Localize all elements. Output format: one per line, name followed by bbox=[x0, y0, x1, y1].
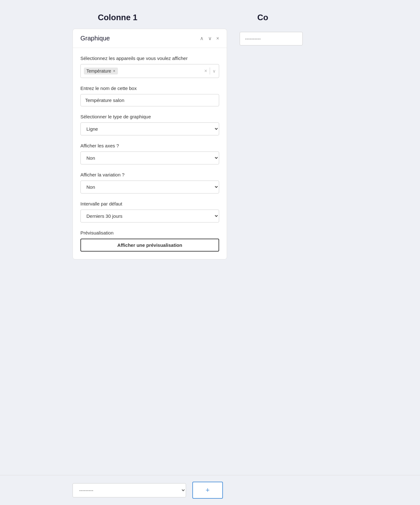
preview-form-group: Prévisualisation Afficher une prévisuali… bbox=[80, 230, 219, 252]
card-body: Sélectionnez les appareils que vous voul… bbox=[73, 48, 227, 259]
card-title: Graphique bbox=[80, 35, 110, 42]
preview-button[interactable]: Afficher une prévisualisation bbox=[80, 239, 219, 252]
tag-label: Température bbox=[86, 68, 111, 74]
show-axes-form-group: Afficher les axes ? Non Oui bbox=[80, 143, 219, 164]
show-variation-select[interactable]: Non Oui bbox=[80, 181, 219, 193]
chart-type-label: Sélectionner le type de graphique bbox=[80, 114, 219, 119]
graphique-card: Graphique ∧ ∨ × Sélectionnez les apparei… bbox=[73, 29, 227, 259]
column-2-title: Co bbox=[257, 13, 347, 22]
interval-label: Intervalle par défaut bbox=[80, 201, 219, 206]
columns-content: Graphique ∧ ∨ × Sélectionnez les apparei… bbox=[0, 29, 420, 259]
interval-select[interactable]: Derniers 30 jours Derniers 7 jours Derni… bbox=[80, 210, 219, 223]
tag-remove-icon[interactable]: × bbox=[113, 69, 115, 73]
bottom-select[interactable]: --------- bbox=[73, 483, 186, 497]
close-icon[interactable]: × bbox=[216, 36, 219, 41]
preview-label: Prévisualisation bbox=[80, 230, 219, 235]
add-column-button[interactable]: + bbox=[192, 482, 223, 499]
interval-form-group: Intervalle par défaut Derniers 30 jours … bbox=[80, 201, 219, 223]
chart-type-form-group: Sélectionner le type de graphique Ligne … bbox=[80, 114, 219, 135]
clear-all-icon[interactable]: × bbox=[204, 68, 207, 74]
show-variation-label: Afficher la variation ? bbox=[80, 172, 219, 177]
show-axes-select[interactable]: Non Oui bbox=[80, 152, 219, 164]
show-axes-label: Afficher les axes ? bbox=[80, 143, 219, 148]
show-variation-form-group: Afficher la variation ? Non Oui bbox=[80, 172, 219, 193]
devices-form-group: Sélectionnez les appareils que vous voul… bbox=[80, 56, 219, 78]
page-container: Colonne 1 Co Graphique ∧ ∨ × Sélectionne… bbox=[0, 0, 420, 505]
multi-select-actions: × ∨ bbox=[204, 68, 216, 74]
collapse-down-icon[interactable]: ∨ bbox=[208, 35, 212, 41]
chart-type-select[interactable]: Ligne Barre Aire bbox=[80, 122, 219, 135]
separator bbox=[210, 68, 210, 74]
temperature-tag: Température × bbox=[84, 68, 118, 74]
devices-multi-select[interactable]: Température × × ∨ bbox=[80, 64, 219, 78]
card-header-actions: ∧ ∨ × bbox=[200, 35, 219, 41]
column-1-title: Colonne 1 bbox=[73, 13, 163, 22]
column-2-placeholder: ---------- bbox=[240, 32, 303, 45]
devices-label: Sélectionnez les appareils que vous voul… bbox=[80, 56, 219, 61]
card-header: Graphique ∧ ∨ × bbox=[73, 29, 227, 48]
box-name-label: Entrez le nom de cette box bbox=[80, 86, 219, 91]
columns-header: Colonne 1 Co bbox=[0, 13, 420, 29]
dropdown-chevron-icon[interactable]: ∨ bbox=[213, 68, 216, 74]
column-2-content: ---------- bbox=[240, 32, 303, 45]
devices-tags: Température × bbox=[84, 68, 202, 74]
collapse-up-icon[interactable]: ∧ bbox=[200, 35, 204, 41]
bottom-bar: --------- + bbox=[0, 475, 420, 505]
box-name-input[interactable] bbox=[80, 94, 219, 106]
box-name-form-group: Entrez le nom de cette box bbox=[80, 86, 219, 106]
